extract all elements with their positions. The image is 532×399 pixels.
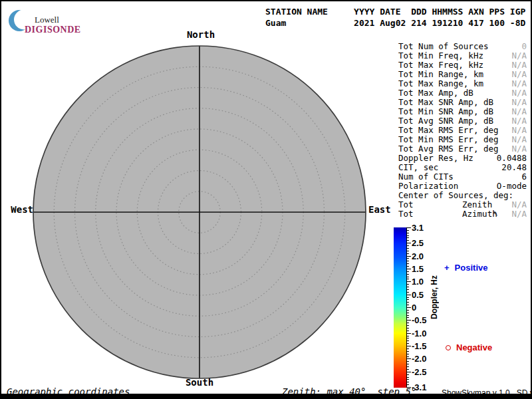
positive-doppler-legend: + Positive — [444, 263, 487, 273]
colorbar-tick-label: -2.0 — [412, 354, 426, 364]
stats-row: PolarizationO-mode — [398, 182, 527, 191]
stats-label: Tot Num of Sources — [398, 42, 488, 51]
colorbar-minor-tick — [406, 251, 409, 251]
stats-value: N/A — [511, 88, 527, 98]
colorbar-minor-tick — [406, 253, 409, 254]
stats-label: Tot Max SNR Amp, dB — [398, 98, 493, 107]
stats-value: N/A — [511, 200, 527, 209]
stats-row: Doppler Res, Hz0.0488 — [398, 154, 527, 163]
colorbar-minor-tick — [406, 263, 409, 264]
colorbar-minor-tick — [406, 374, 409, 375]
stats-label: Tot Max Freq, kHz — [398, 61, 483, 70]
colorbar-minor-tick — [406, 230, 409, 231]
stats-mid-label: Zenith — [462, 200, 492, 209]
stats-row: CIT, sec20.48 — [398, 163, 527, 172]
stats-label: Doppler Res, Hz — [398, 154, 473, 163]
stats-label: Tot Min Freq, kHz — [398, 51, 483, 61]
colorbar-minor-tick — [406, 248, 409, 249]
stats-label: Num of CITs — [398, 172, 454, 182]
colorbar-major-tick — [406, 227, 411, 228]
circle-icon — [446, 345, 451, 350]
negative-label: Negative — [456, 342, 492, 352]
colorbar-tick-label: 0 — [412, 303, 416, 313]
colorbar-tick-label: -2.5 — [412, 367, 426, 377]
stats-label: Tot Max Amp, dB — [398, 88, 473, 98]
colorbar-minor-tick — [406, 343, 409, 344]
colorbar-minor-tick — [406, 354, 409, 354]
stats-row: Num of CITs6 — [398, 172, 527, 182]
stats-label: Center of Sources, deg: — [398, 191, 513, 200]
colorbar-minor-tick — [406, 356, 409, 357]
colorbar-major-tick — [406, 307, 411, 308]
compass-west-label: West — [7, 204, 33, 215]
stats-label: Tot Min Range, km — [398, 70, 483, 79]
colorbar-major-tick — [406, 320, 411, 321]
colorbar-minor-tick — [406, 305, 409, 305]
lowell-digisonde-logo: Lowell DIGISONDE — [7, 7, 93, 35]
colorbar-minor-tick — [406, 274, 409, 275]
stats-value: N/A — [511, 61, 527, 70]
stats-label: Tot — [398, 200, 414, 209]
colorbar-minor-tick — [406, 237, 409, 238]
stats-row: Center of Sources, deg: — [398, 191, 527, 200]
colorbar-minor-tick — [406, 271, 409, 272]
colorbar-tick-label: -0.5 — [412, 315, 426, 325]
stats-label: Tot Avg RMS Err, deg — [398, 144, 499, 154]
colorbar-tick-label: -1.0 — [412, 329, 426, 338]
colorbar-minor-tick — [406, 323, 409, 323]
colorbar-minor-tick — [406, 325, 409, 326]
colorbar-minor-tick — [406, 382, 409, 382]
skymap-window: Lowell DIGISONDE STATION NAME YYYY DATE … — [0, 0, 532, 399]
colorbar-major-tick — [406, 269, 411, 269]
colorbar-minor-tick — [406, 315, 409, 316]
bottom-border-bar — [1, 394, 531, 398]
stats-row: Tot Min RMS Err, degN/A — [398, 135, 527, 144]
colorbar-minor-tick — [406, 384, 409, 385]
colorbar-minor-tick — [406, 364, 409, 364]
stats-row: Tot Num of Sources0 — [398, 42, 527, 51]
colorbar-minor-tick — [406, 340, 409, 341]
stats-row: Tot Max Range, kmN/A — [398, 79, 527, 88]
stats-value: N/A — [511, 209, 527, 219]
colorbar-major-tick — [406, 243, 411, 243]
plus-icon: + — [444, 263, 450, 273]
stats-value: 0.0488 — [497, 154, 527, 163]
header-field-values: Guam 2021 Aug02 214 191210 417 100 -8D — [265, 17, 525, 29]
stats-label: Tot Max Range, km — [398, 79, 483, 88]
colorbar-axis-title: Doppler, Hz — [430, 275, 439, 319]
logo-lowell-text: Lowell — [35, 15, 59, 25]
colorbar-minor-tick — [406, 348, 409, 349]
stats-value: N/A — [511, 107, 527, 116]
colorbar-minor-tick — [406, 292, 409, 293]
colorbar-minor-tick — [406, 351, 409, 352]
colorbar-minor-tick — [406, 366, 409, 367]
mouse-cursor-icon: ↖ — [492, 209, 498, 219]
stats-row: Tot Avg RMS Err, degN/A — [398, 144, 527, 154]
colorbar-minor-tick — [406, 233, 409, 233]
stats-row: Tot Min SNR Amp, dBN/A — [398, 107, 527, 116]
stats-row: Tot Max SNR Amp, dBN/A — [398, 98, 527, 107]
colorbar-minor-tick — [406, 258, 409, 259]
colorbar-major-tick — [406, 346, 411, 346]
colorbar-minor-tick — [406, 379, 409, 380]
colorbar-minor-tick — [406, 302, 409, 303]
stats-label: Tot — [398, 209, 414, 219]
compass-north-label: North — [180, 29, 222, 40]
colorbar-minor-tick — [406, 331, 409, 331]
stats-value: N/A — [511, 126, 527, 135]
colorbar-tick-label: 0.5 — [412, 290, 424, 300]
stats-row: TotZenithN/A — [398, 200, 527, 209]
colorbar-minor-tick — [406, 361, 409, 362]
stats-value: N/A — [511, 116, 527, 126]
stats-row: Tot Min Freq, kHzN/A — [398, 51, 527, 61]
stats-value: N/A — [511, 144, 527, 154]
stats-value: 6 — [521, 172, 527, 182]
colorbar-tick-label: 2.5 — [412, 238, 424, 248]
colorbar-tick-label: 1.0 — [412, 277, 424, 287]
stats-value: N/A — [511, 98, 527, 107]
colorbar-minor-tick — [406, 313, 409, 313]
stats-value: 0 — [521, 42, 527, 51]
doppler-colorbar — [394, 227, 406, 388]
stats-label: CIT, sec — [398, 163, 438, 172]
stats-row: Tot Max Freq, kHzN/A — [398, 61, 527, 70]
